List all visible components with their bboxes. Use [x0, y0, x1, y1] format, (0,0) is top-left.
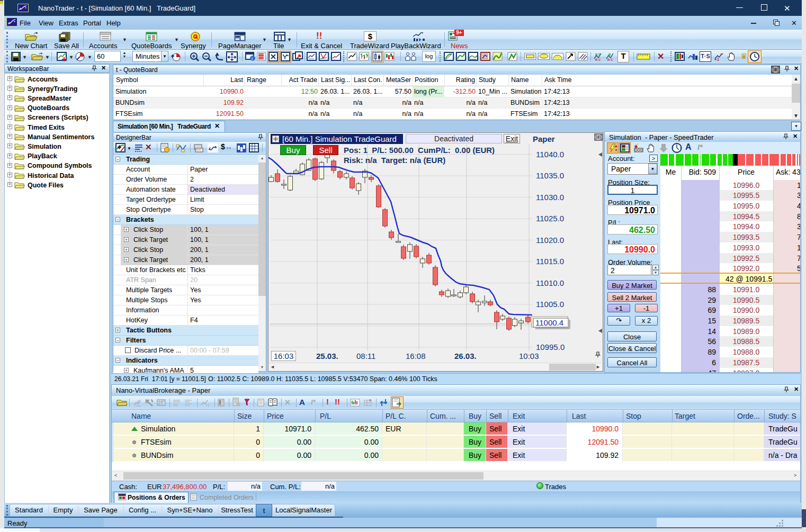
svg-text:11000.4: 11000.4 — [535, 318, 563, 327]
svg-text:11035.0: 11035.0 — [536, 171, 564, 180]
svg-text:10995.0: 10995.0 — [536, 342, 565, 351]
svg-text:11030.0: 11030.0 — [536, 193, 564, 202]
svg-text:i: i — [252, 56, 253, 61]
svg-text:+1: +1 — [205, 403, 210, 407]
svg-text:11005.0: 11005.0 — [536, 300, 564, 309]
svg-text:11040.0: 11040.0 — [536, 150, 564, 159]
svg-text:B: B — [608, 53, 611, 56]
svg-text:R C: R C — [607, 58, 613, 61]
svg-text:11020.0: 11020.0 — [536, 236, 564, 245]
svg-text:11025.0: 11025.0 — [536, 214, 564, 223]
svg-text:+1: +1 — [714, 57, 720, 61]
svg-text:R C: R C — [595, 58, 601, 61]
svg-text:ht: ht — [137, 400, 140, 403]
svg-text:11010.0: 11010.0 — [536, 278, 564, 287]
svg-text:11015.0: 11015.0 — [536, 257, 564, 266]
svg-text:B D: B D — [595, 53, 601, 56]
